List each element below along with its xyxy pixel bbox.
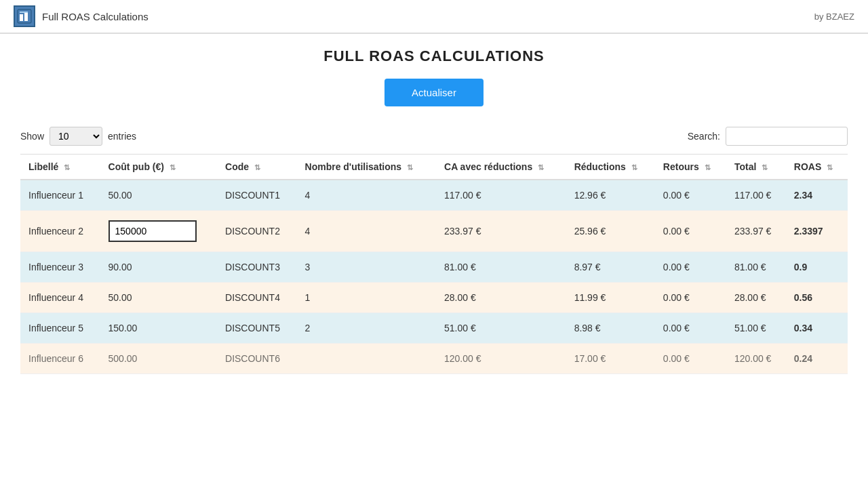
cell-ca_reductions: 120.00 €: [436, 344, 566, 374]
cell-nb_utilisations: 4: [297, 180, 436, 211]
table-row: Influenceur 390.00DISCOUNT3381.00 €8.97 …: [20, 252, 848, 283]
cell-cout_pub: 90.00: [100, 252, 217, 283]
col-code[interactable]: Code ⇅: [217, 155, 297, 180]
cell-roas: 2.3397: [786, 211, 848, 252]
cell-nb_utilisations: [297, 344, 436, 374]
cell-code: DISCOUNT3: [217, 252, 297, 283]
cell-total: 117.00 €: [726, 180, 786, 211]
cell-libelle: Influenceur 4: [20, 283, 100, 313]
cell-libelle: Influenceur 1: [20, 180, 100, 211]
sort-icon-red: ⇅: [631, 163, 637, 172]
svg-rect-3: [20, 12, 28, 13]
cell-roas: 0.34: [786, 313, 848, 344]
cell-code: DISCOUNT6: [217, 344, 297, 374]
cell-roas: 0.56: [786, 283, 848, 313]
cell-libelle: Influenceur 3: [20, 252, 100, 283]
cell-nb_utilisations: 4: [297, 211, 436, 252]
cell-total: 51.00 €: [726, 313, 786, 344]
cell-retours: 0.00 €: [655, 344, 726, 374]
cell-total: 233.97 €: [726, 211, 786, 252]
cell-retours: 0.00 €: [655, 252, 726, 283]
col-reductions[interactable]: Réductions ⇅: [566, 155, 655, 180]
cell-cout_pub: 500.00: [100, 344, 217, 374]
cell-total: 81.00 €: [726, 252, 786, 283]
cell-reductions: 8.97 €: [566, 252, 655, 283]
cell-code: DISCOUNT2: [217, 211, 297, 252]
table-row: Influenceur 150.00DISCOUNT14117.00 €12.9…: [20, 180, 848, 211]
cell-retours: 0.00 €: [655, 180, 726, 211]
app-header: Full ROAS Calculations by BZAEZ: [0, 0, 868, 33]
page-title: FULL ROAS CALCULATIONS: [20, 47, 848, 65]
sort-icon-cout: ⇅: [170, 163, 176, 172]
col-nb-utilisations[interactable]: Nombre d'utilisations ⇅: [297, 155, 436, 180]
cell-reductions: 17.00 €: [566, 344, 655, 374]
cell-cout_pub: 50.00: [100, 180, 217, 211]
entries-select[interactable]: 10 25 50 100: [50, 127, 102, 146]
cell-reductions: 11.99 €: [566, 283, 655, 313]
table-row: Influenceur 6500.00DISCOUNT6120.00 €17.0…: [20, 344, 848, 374]
cell-ca_reductions: 117.00 €: [436, 180, 566, 211]
sort-icon-libelle: ⇅: [64, 163, 70, 172]
col-roas[interactable]: ROAS ⇅: [786, 155, 848, 180]
cell-retours: 0.00 €: [655, 313, 726, 344]
col-total[interactable]: Total ⇅: [726, 155, 786, 180]
cout-pub-input[interactable]: [108, 220, 197, 242]
cell-cout_pub[interactable]: [100, 211, 217, 252]
cell-reductions: 25.96 €: [566, 211, 655, 252]
cell-roas: 0.9: [786, 252, 848, 283]
col-cout-pub[interactable]: Coût pub (€) ⇅: [100, 155, 217, 180]
cell-libelle: Influenceur 5: [20, 313, 100, 344]
sort-icon-code: ⇅: [254, 163, 260, 172]
cell-retours: 0.00 €: [655, 211, 726, 252]
cell-nb_utilisations: 1: [297, 283, 436, 313]
app-title: Full ROAS Calculations: [42, 11, 149, 22]
cell-code: DISCOUNT1: [217, 180, 297, 211]
cell-code: DISCOUNT5: [217, 313, 297, 344]
cell-libelle: Influenceur 2: [20, 211, 100, 252]
cell-nb_utilisations: 2: [297, 313, 436, 344]
sort-icon-ca: ⇅: [538, 163, 544, 172]
entries-label: entries: [108, 131, 136, 142]
table-header-row: Libellé ⇅ Coût pub (€) ⇅ Code ⇅ Nombre d…: [20, 155, 848, 180]
sort-icon-nb: ⇅: [407, 163, 413, 172]
cell-libelle: Influenceur 6: [20, 344, 100, 374]
cell-reductions: 12.96 €: [566, 180, 655, 211]
actualiser-button[interactable]: Actualiser: [384, 79, 484, 106]
cell-ca_reductions: 233.97 €: [436, 211, 566, 252]
col-ca-reductions[interactable]: CA avec réductions ⇅: [436, 155, 566, 180]
header-left: Full ROAS Calculations: [14, 5, 149, 27]
header-byline: by BZAEZ: [814, 12, 854, 22]
search-label: Search:: [688, 131, 720, 142]
search-box: Search:: [688, 127, 848, 146]
cell-nb_utilisations: 3: [297, 252, 436, 283]
svg-rect-1: [20, 14, 23, 21]
cell-code: DISCOUNT4: [217, 283, 297, 313]
show-entries: Show 10 25 50 100 entries: [20, 127, 136, 146]
sort-icon-total: ⇅: [762, 163, 768, 172]
cell-ca_reductions: 28.00 €: [436, 283, 566, 313]
cell-total: 120.00 €: [726, 344, 786, 374]
col-libelle[interactable]: Libellé ⇅: [20, 155, 100, 180]
search-input[interactable]: [726, 127, 848, 146]
cell-retours: 0.00 €: [655, 283, 726, 313]
table-row: Influenceur 450.00DISCOUNT4128.00 €11.99…: [20, 283, 848, 313]
sort-icon-ret: ⇅: [705, 163, 711, 172]
cell-roas: 2.34: [786, 180, 848, 211]
cell-cout_pub: 150.00: [100, 313, 217, 344]
table-row: Influenceur 5150.00DISCOUNT5251.00 €8.98…: [20, 313, 848, 344]
data-table: Libellé ⇅ Coût pub (€) ⇅ Code ⇅ Nombre d…: [20, 154, 848, 374]
cell-ca_reductions: 51.00 €: [436, 313, 566, 344]
cell-roas: 0.24: [786, 344, 848, 374]
table-controls: Show 10 25 50 100 entries Search:: [20, 127, 848, 146]
show-label: Show: [20, 131, 44, 142]
cell-ca_reductions: 81.00 €: [436, 252, 566, 283]
cell-cout_pub: 50.00: [100, 283, 217, 313]
sort-icon-roas: ⇅: [827, 163, 833, 172]
cell-total: 28.00 €: [726, 283, 786, 313]
app-logo: [14, 5, 35, 27]
svg-rect-2: [24, 12, 28, 21]
cell-reductions: 8.98 €: [566, 313, 655, 344]
main-content: FULL ROAS CALCULATIONS Actualiser Show 1…: [0, 34, 868, 388]
table-row: Influenceur 2DISCOUNT24233.97 €25.96 €0.…: [20, 211, 848, 252]
col-retours[interactable]: Retours ⇅: [655, 155, 726, 180]
